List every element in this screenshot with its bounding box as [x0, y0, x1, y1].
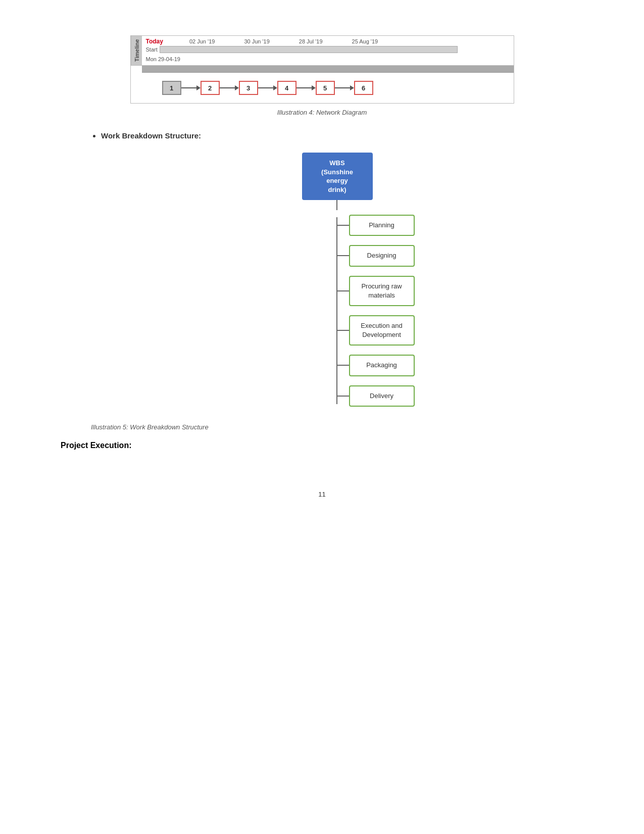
timeline-header: Timeline Today 02 Jun '19 30 Jun '19 28 …	[131, 36, 514, 66]
timeline-vertical-label: Timeline	[131, 36, 142, 65]
wbs-child-delivery: Delivery	[325, 385, 431, 407]
nd-arrow-3	[258, 85, 277, 90]
date-tick-3: 28 Jul '19	[299, 38, 323, 44]
page-number: 11	[30, 490, 614, 498]
wbs-diagram: WBS(Sunshine energydrink) Planning Desig…	[277, 153, 428, 411]
wbs-node-procuring: Procuring raw materials	[349, 276, 415, 306]
wbs-child-procuring: Procuring raw materials	[325, 276, 431, 306]
nd-node-4: 4	[277, 81, 296, 95]
illustration5-caption: Illustration 5: Work Breakdown Structure	[91, 423, 614, 431]
wbs-child-planning: Planning	[325, 215, 431, 236]
timeline-dates-area: Today 02 Jun '19 30 Jun '19 28 Jul '19 2…	[142, 36, 514, 65]
date-tick-4: 25 Aug '19	[352, 38, 378, 44]
illustration4-caption: Illustration 4: Network Diagram	[130, 109, 514, 116]
start-date: Mon 29-04-19	[146, 56, 181, 62]
wbs-child-packaging: Packaging	[325, 355, 431, 376]
network-diagram: 1 2 3	[142, 73, 514, 103]
wbs-child-execution: Execution and Development	[325, 315, 431, 346]
wbs-node-execution: Execution and Development	[349, 315, 415, 346]
wbs-bullet: Work Breakdown Structure:	[101, 131, 614, 140]
start-label: Start	[146, 46, 158, 53]
date-tick-2: 30 Jun '19	[244, 38, 269, 44]
timeline-bar	[160, 46, 458, 53]
nd-arrow-4	[296, 85, 316, 90]
nd-node-6: 6	[354, 81, 373, 95]
wbs-root-node: WBS(Sunshine energydrink)	[302, 153, 373, 200]
project-execution-section: Project Execution:	[61, 441, 614, 450]
wbs-section: Work Breakdown Structure: WBS(Sunshine e…	[91, 131, 614, 431]
nd-node-3: 3	[239, 81, 258, 95]
wbs-node-delivery: Delivery	[349, 385, 415, 407]
date-tick-1: 02 Jun '19	[189, 38, 215, 44]
nd-arrow-2	[220, 85, 239, 90]
today-label: Today	[146, 38, 163, 45]
timeline-section: Timeline Today 02 Jun '19 30 Jun '19 28 …	[130, 35, 514, 116]
nd-node-1: 1	[162, 81, 181, 95]
nd-arrow-1	[181, 85, 201, 90]
wbs-bullet-title: Work Breakdown Structure:	[101, 131, 201, 140]
wbs-children-area: Planning Designing Procuring raw materia…	[325, 210, 431, 411]
nd-node-2: 2	[201, 81, 220, 95]
wbs-node-packaging: Packaging	[349, 355, 415, 376]
wbs-left-rail	[336, 217, 337, 404]
nd-arrow-5	[335, 85, 354, 90]
project-execution-heading: Project Execution:	[61, 441, 614, 450]
timeline-grey-bar	[142, 66, 514, 73]
nd-node-5: 5	[316, 81, 335, 95]
wbs-node-designing: Designing	[349, 245, 415, 266]
timeline-box: Timeline Today 02 Jun '19 30 Jun '19 28 …	[130, 35, 514, 104]
wbs-child-designing: Designing	[325, 245, 431, 266]
wbs-node-planning: Planning	[349, 215, 415, 236]
